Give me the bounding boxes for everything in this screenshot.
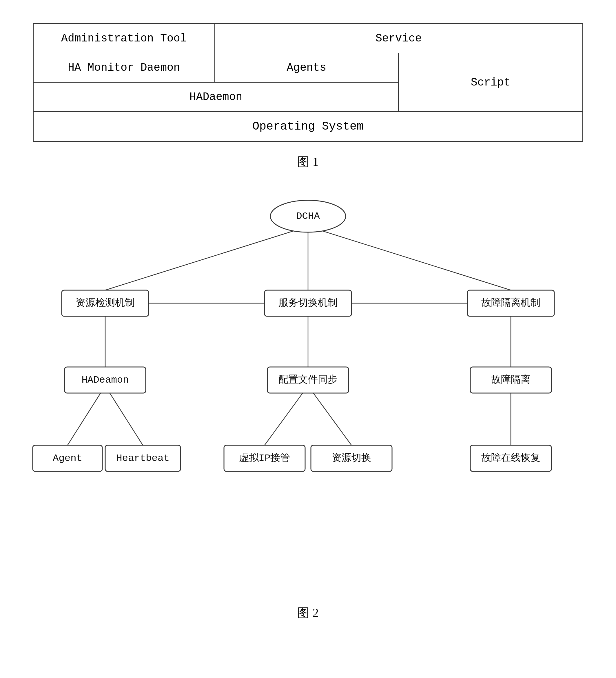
node-hadeamon-label: HADeamon	[81, 375, 129, 385]
node-fault-isolation-label: 故障隔离	[491, 374, 531, 385]
cell-os: Operating System	[33, 112, 583, 142]
edge-dcha-fault	[308, 226, 511, 290]
agents-label: Agents	[286, 62, 326, 74]
edge-dcha-resource	[105, 226, 308, 290]
node-fault-isolation-mech-label: 故障隔离机制	[481, 297, 540, 309]
table-row-2: HA Monitor Daemon Agents Script	[33, 53, 583, 82]
table-row-1: Administration Tool Service	[33, 24, 583, 53]
node-resource-switch-label: 资源切换	[332, 453, 371, 464]
edge-hadeamon-heartbeat	[105, 386, 143, 445]
table-row-4: Operating System	[33, 112, 583, 142]
script-label: Script	[471, 76, 510, 89]
node-service-switch-label: 服务切换机制	[278, 298, 338, 309]
cell-script: Script	[398, 53, 583, 112]
tree-diagram: DCHA 资源检测机制 服务切换机制 故障隔离机制 HADeamon 配置文件同…	[24, 187, 592, 587]
cell-admin-tool: Administration Tool	[33, 24, 215, 53]
fig2-caption: 图 2	[23, 605, 593, 621]
architecture-table: Administration Tool Service HA Monitor D…	[33, 23, 583, 142]
cell-agents: Agents	[215, 53, 399, 82]
cell-service: Service	[215, 24, 583, 53]
node-config-sync-label: 配置文件同步	[278, 374, 338, 385]
node-dcha-label: DCHA	[296, 211, 320, 222]
admin-tool-label: Administration Tool	[61, 32, 187, 45]
edge-config-resourceswitch	[308, 386, 351, 445]
ha-monitor-label: HA Monitor Daemon	[68, 62, 180, 74]
node-agent-label: Agent	[53, 453, 82, 464]
cell-ha-monitor: HA Monitor Daemon	[33, 53, 215, 82]
node-fault-recovery-label: 故障在线恢复	[481, 452, 540, 464]
figure2-container: DCHA 资源检测机制 服务切换机制 故障隔离机制 HADeamon 配置文件同…	[24, 187, 592, 587]
service-label: Service	[376, 32, 422, 45]
cell-hadaemon: HADaemon	[33, 82, 399, 112]
edge-hadeamon-agent	[68, 386, 105, 445]
node-heartbeat-label: Heartbeat	[116, 453, 169, 464]
edge-config-virtualip	[265, 386, 308, 445]
figure1-container: Administration Tool Service HA Monitor D…	[33, 23, 583, 142]
os-label: Operating System	[253, 120, 363, 133]
node-resource-label: 资源检测机制	[76, 298, 135, 309]
node-virtual-ip-label: 虚拟IP接管	[239, 452, 290, 464]
hadaemon-label: HADaemon	[190, 91, 242, 103]
fig1-caption: 图 1	[23, 154, 593, 170]
